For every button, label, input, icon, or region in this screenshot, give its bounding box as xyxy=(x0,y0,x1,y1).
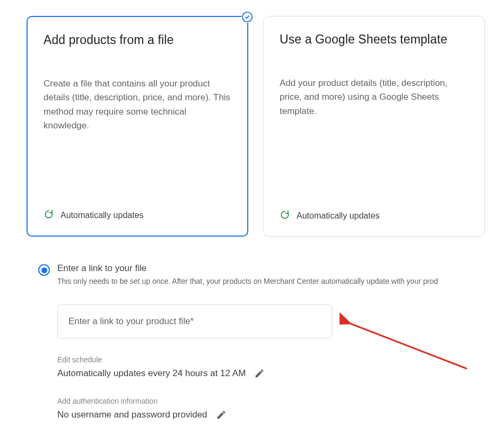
radio-subtitle: This only needs to be set up once. After… xyxy=(57,277,504,285)
card-google-sheets-template[interactable]: Use a Google Sheets template Add your pr… xyxy=(263,16,485,237)
card-add-from-file[interactable]: Add products from a file Create a file t… xyxy=(27,16,248,237)
product-file-link-input[interactable] xyxy=(57,304,332,338)
card-description: Add your product details (title, descrip… xyxy=(280,76,471,118)
auth-value: No username and password provided xyxy=(57,410,207,420)
edit-auth-button[interactable] xyxy=(215,408,228,421)
auto-update-label: Automatically updates xyxy=(297,211,380,221)
radio-icon xyxy=(38,264,50,276)
card-title: Use a Google Sheets template xyxy=(280,32,471,47)
pencil-icon xyxy=(254,368,265,379)
pencil-icon xyxy=(216,410,227,420)
card-footer: Automatically updates xyxy=(280,210,471,222)
auto-update-icon xyxy=(280,210,290,222)
link-option-radio[interactable]: Enter a link to your file This only need… xyxy=(38,263,504,285)
card-description: Create a file that contains all your pro… xyxy=(44,77,233,133)
schedule-value: Automatically updates every 24 hours at … xyxy=(57,368,246,379)
auto-update-icon xyxy=(44,209,54,222)
card-footer: Automatically updates xyxy=(44,209,233,222)
auto-update-label: Automatically updates xyxy=(60,211,144,220)
radio-content: Enter a link to your file This only need… xyxy=(57,263,504,285)
radio-title: Enter a link to your file xyxy=(57,263,504,274)
edit-schedule-button[interactable] xyxy=(253,367,266,380)
selected-check-icon xyxy=(241,11,253,23)
auth-section: Add authentication information No userna… xyxy=(57,397,504,421)
card-title: Add products from a file xyxy=(44,33,233,47)
auth-label: Add authentication information xyxy=(57,397,504,405)
schedule-label: Edit schedule xyxy=(57,355,504,364)
method-cards-row: Add products from a file Create a file t… xyxy=(27,16,504,237)
schedule-section: Edit schedule Automatically updates ever… xyxy=(57,355,504,380)
